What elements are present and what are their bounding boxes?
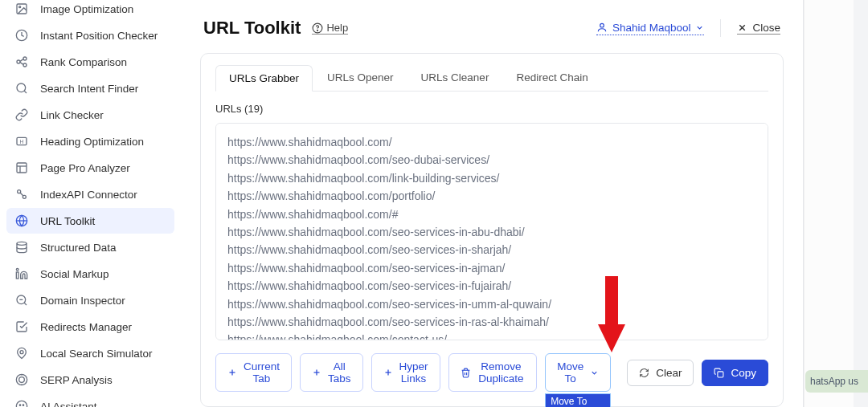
- sidebar-item-label: Structured Data: [40, 242, 117, 254]
- sidebar-icon: [14, 81, 29, 96]
- sidebar-item-local-search-simulator[interactable]: Local Search Simulator: [6, 340, 174, 366]
- sidebar-icon: [14, 2, 29, 16]
- sidebar-item-link-checker[interactable]: Link Checker: [6, 102, 174, 128]
- sidebar-item-label: Page Pro Analyzer: [40, 162, 130, 174]
- sidebar-icon: [14, 161, 29, 175]
- svg-point-5: [23, 63, 27, 67]
- help-label: Help: [326, 22, 348, 34]
- sidebar-icon: [14, 55, 29, 69]
- moveto-option[interactable]: Move To: [546, 394, 610, 407]
- sidebar-icon: [14, 187, 29, 201]
- svg-point-20: [17, 242, 27, 245]
- sidebar-icon: [14, 240, 29, 254]
- svg-line-17: [20, 193, 23, 196]
- sidebar-item-label: IndexAPI Connector: [40, 189, 137, 201]
- svg-point-33: [23, 405, 23, 405]
- sidebar-item-page-pro-analyzer[interactable]: Page Pro Analyzer: [6, 155, 174, 181]
- sidebar-item-label: Local Search Simulator: [40, 348, 153, 360]
- svg-point-8: [17, 83, 26, 92]
- tab-redirect-chain[interactable]: Redirect Chain: [503, 65, 600, 91]
- sidebar-item-search-intent-finder[interactable]: Search Intent Finder: [6, 75, 174, 101]
- sidebar-item-label: Heading Optimization: [40, 136, 144, 148]
- tabs: URLs GrabberURLs OpenerURLs CleanerRedir…: [215, 65, 768, 92]
- sidebar-item-ai-assistant[interactable]: AI Assistant: [6, 393, 174, 407]
- main-panel: URL Toolkit Help Shahid Maqbool: [181, 0, 803, 407]
- sidebar-icon: [14, 372, 29, 387]
- svg-point-22: [16, 268, 18, 271]
- clear-button[interactable]: Clear: [627, 360, 694, 386]
- sidebar-icon: [14, 293, 29, 307]
- svg-rect-21: [16, 272, 18, 279]
- chevron-down-icon: [695, 23, 704, 32]
- sidebar-item-structured-data[interactable]: Structured Data: [6, 234, 174, 260]
- sidebar-item-label: Social Markup: [40, 268, 109, 280]
- sidebar-item-label: Image Optimization: [40, 3, 133, 15]
- svg-point-3: [17, 60, 20, 63]
- refresh-icon: [639, 368, 649, 378]
- hyper-links-button[interactable]: Hyper Links: [371, 353, 440, 392]
- sidebar-item-label: Redirects Manager: [40, 321, 132, 333]
- sidebar-item-label: AI Assistant: [40, 401, 97, 408]
- sidebar-icon: [14, 346, 29, 360]
- copy-button[interactable]: Copy: [702, 360, 768, 386]
- sidebar-item-instant-position-checker[interactable]: Instant Position Checker: [6, 22, 174, 48]
- svg-point-4: [23, 57, 27, 60]
- sidebar-item-image-optimization[interactable]: Image Optimization: [6, 0, 174, 22]
- user-menu[interactable]: Shahid Maqbool: [596, 22, 705, 35]
- help-icon: [312, 22, 323, 34]
- sidebar-item-indexapi-connector[interactable]: IndexAPI Connector: [6, 181, 174, 207]
- sidebar: Image OptimizationInstant Position Check…: [0, 0, 181, 407]
- sidebar-item-domain-inspector[interactable]: Domain Inspector: [6, 287, 174, 313]
- svg-point-32: [19, 405, 20, 405]
- tab-urls-grabber[interactable]: URLs Grabber: [215, 65, 313, 92]
- sidebar-item-label: URL Toolkit: [40, 215, 95, 227]
- sidebar-icon: [14, 108, 29, 122]
- svg-line-6: [20, 59, 23, 62]
- svg-point-41: [600, 23, 604, 27]
- sidebar-icon: H: [14, 134, 29, 149]
- svg-rect-50: [718, 371, 723, 376]
- sidebar-item-label: Link Checker: [40, 109, 104, 121]
- card: URLs GrabberURLs OpenerURLs CleanerRedir…: [200, 53, 784, 407]
- user-name: Shahid Maqbool: [612, 22, 691, 34]
- svg-point-31: [16, 401, 27, 407]
- svg-line-7: [20, 63, 23, 65]
- move-to-dropdown: Move ToURLs OpenerURLs Cleaner: [545, 393, 611, 407]
- sidebar-item-label: Instant Position Checker: [40, 30, 158, 42]
- sidebar-item-heading-optimization[interactable]: HHeading Optimization: [6, 128, 174, 154]
- all-tabs-button[interactable]: All Tabs: [300, 353, 363, 392]
- tab-urls-opener[interactable]: URLs Opener: [314, 65, 407, 91]
- separator: [720, 19, 721, 37]
- actions-row: Current Tab All Tabs Hyper Links Remove …: [215, 353, 768, 392]
- sidebar-item-label: Search Intent Finder: [40, 83, 138, 95]
- help-link[interactable]: Help: [312, 22, 348, 35]
- header: URL Toolkit Help Shahid Maqbool: [181, 0, 803, 53]
- svg-rect-12: [17, 163, 27, 173]
- svg-line-24: [24, 303, 27, 305]
- page-title: URL Toolkit: [203, 18, 301, 39]
- plus-icon: [312, 368, 321, 377]
- urls-count-label: URLs (19): [215, 103, 768, 115]
- svg-point-28: [19, 377, 25, 383]
- sidebar-item-redirects-manager[interactable]: Redirects Manager: [6, 314, 174, 340]
- trash-icon: [461, 368, 471, 378]
- sidebar-item-label: SERP Analysis: [40, 374, 113, 386]
- sidebar-item-label: Rank Comparison: [40, 56, 127, 68]
- sidebar-icon: [14, 399, 29, 407]
- whatsapp-widget[interactable]: hatsApp us: [805, 370, 868, 393]
- sidebar-item-rank-comparison[interactable]: Rank Comparison: [6, 49, 174, 75]
- close-icon: [737, 22, 747, 33]
- sidebar-item-label: Domain Inspector: [40, 295, 125, 307]
- sidebar-item-serp-analysis[interactable]: SERP Analysis: [6, 367, 174, 393]
- user-icon: [596, 22, 608, 33]
- move-to-button[interactable]: Move To: [545, 353, 611, 392]
- tab-urls-cleaner[interactable]: URLs Cleaner: [408, 65, 502, 91]
- remove-duplicate-button[interactable]: Remove Duplicate: [448, 353, 538, 392]
- urls-textarea[interactable]: [215, 123, 768, 340]
- sidebar-item-url-toolkit[interactable]: URL Toolkit: [6, 208, 174, 234]
- svg-point-40: [317, 30, 318, 31]
- svg-text:H: H: [20, 139, 24, 144]
- sidebar-item-social-markup[interactable]: Social Markup: [6, 261, 174, 287]
- close-button[interactable]: Close: [737, 22, 780, 35]
- current-tab-button[interactable]: Current Tab: [215, 353, 292, 392]
